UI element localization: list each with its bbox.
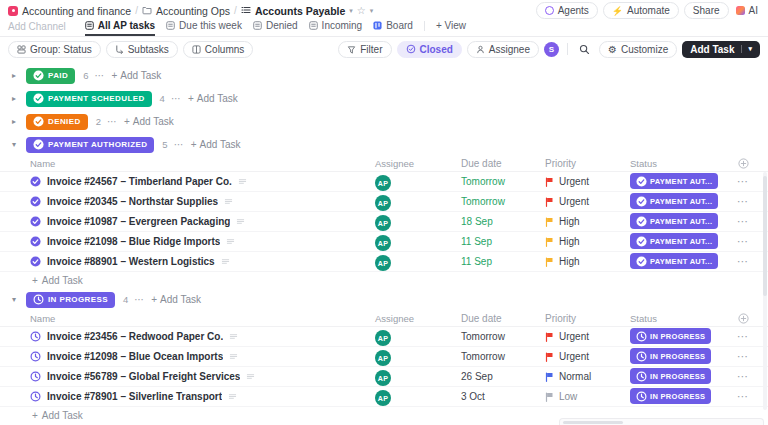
column-due-date[interactable]: Due date: [461, 158, 545, 169]
task-status-icon[interactable]: [30, 371, 41, 382]
task-name[interactable]: Invoice #12098 – Blue Ocean Imports: [47, 351, 223, 362]
agents-button[interactable]: Agents: [536, 2, 598, 19]
task-name[interactable]: Invoice #56789 – Global Freight Services: [47, 371, 240, 382]
status-pill[interactable]: PAYMENT AUT...: [630, 213, 718, 229]
group-add-task-button[interactable]: +Add Task: [188, 93, 238, 104]
group-menu-button[interactable]: ⋯: [174, 139, 185, 150]
chevron-down-icon[interactable]: ▾: [370, 7, 374, 15]
row-menu-button[interactable]: ⋯: [737, 255, 749, 268]
task-name[interactable]: Invoice #23456 – Redwood Paper Co.: [47, 331, 223, 342]
column-assignee[interactable]: Assignee: [375, 158, 461, 169]
group-add-task-button[interactable]: +Add Task: [111, 70, 161, 81]
breadcrumb-folder[interactable]: Accounting Ops: [156, 5, 230, 17]
column-name[interactable]: Name: [30, 313, 375, 324]
add-column-icon[interactable]: [738, 313, 749, 324]
group-by-button[interactable]: Group: Status: [8, 41, 101, 58]
row-menu-button[interactable]: ⋯: [737, 195, 749, 208]
add-column-icon[interactable]: [738, 158, 749, 169]
row-menu-button[interactable]: ⋯: [737, 370, 749, 383]
priority-cell[interactable]: High: [545, 216, 630, 227]
add-channel-button[interactable]: Add Channel: [8, 21, 66, 36]
chevron-down-icon[interactable]: ▾: [741, 45, 752, 53]
column-status[interactable]: Status: [630, 313, 722, 324]
column-priority[interactable]: Priority: [545, 158, 630, 169]
group-menu-button[interactable]: ⋯: [171, 93, 182, 104]
due-date-value[interactable]: 18 Sep: [461, 216, 545, 227]
task-status-icon[interactable]: [30, 176, 41, 187]
due-date-value[interactable]: 26 Sep: [461, 371, 545, 382]
column-due-date[interactable]: Due date: [461, 313, 545, 324]
assignee-avatar[interactable]: AP: [375, 235, 391, 251]
assignee-avatar[interactable]: AP: [375, 255, 391, 271]
task-row[interactable]: Invoice #12098 – Blue Ocean Imports AP T…: [0, 347, 768, 367]
due-date-value[interactable]: Tomorrow: [461, 176, 545, 187]
priority-cell[interactable]: Urgent: [545, 331, 630, 342]
horizontal-scrollbar[interactable]: [559, 418, 764, 425]
tab-all-ap-tasks[interactable]: All AP tasks: [85, 20, 155, 36]
add-task-row[interactable]: +Add Task: [0, 272, 768, 288]
assignee-avatar[interactable]: AP: [375, 175, 391, 191]
breadcrumb-space[interactable]: Accounting and finance: [22, 5, 131, 17]
automate-button[interactable]: ⚡Automate: [603, 2, 679, 19]
status-pill[interactable]: PAYMENT AUT...: [630, 233, 718, 249]
row-menu-button[interactable]: ⋯: [737, 235, 749, 248]
task-row[interactable]: Invoice #56789 – Global Freight Services…: [0, 367, 768, 387]
due-date-value[interactable]: 11 Sep: [461, 236, 545, 247]
status-pill[interactable]: IN PROGRESS: [630, 388, 711, 404]
assignee-avatar[interactable]: AP: [375, 390, 391, 406]
task-row[interactable]: Invoice #20345 – Northstar Supplies AP T…: [0, 192, 768, 212]
column-assignee[interactable]: Assignee: [375, 313, 461, 324]
customize-button[interactable]: ⚙ Customize: [599, 41, 677, 58]
chevron-right-icon[interactable]: ▸: [8, 71, 20, 80]
task-row[interactable]: Invoice #24567 – Timberland Paper Co. AP…: [0, 172, 768, 192]
due-date-value[interactable]: Tomorrow: [461, 351, 545, 362]
column-status[interactable]: Status: [630, 158, 722, 169]
status-pill[interactable]: PAYMENT AUT...: [630, 193, 718, 209]
tab-board[interactable]: Board: [373, 20, 413, 36]
status-pill[interactable]: IN PROGRESS: [630, 348, 711, 364]
task-row[interactable]: Invoice #78901 – Silverline Transport AP…: [0, 387, 768, 407]
group-add-task-button[interactable]: +Add Task: [191, 139, 241, 150]
row-menu-button[interactable]: ⋯: [737, 175, 749, 188]
group-menu-button[interactable]: ⋯: [134, 294, 145, 305]
task-row[interactable]: Invoice #88901 – Western Logistics AP 11…: [0, 252, 768, 272]
add-view-button[interactable]: + View: [436, 20, 466, 36]
due-date-value[interactable]: 11 Sep: [461, 256, 545, 267]
tab-denied[interactable]: Denied: [253, 20, 298, 36]
priority-cell[interactable]: Low: [545, 391, 630, 402]
vertical-scrollbar[interactable]: [763, 172, 767, 410]
user-avatar[interactable]: S: [544, 42, 559, 57]
chevron-down-icon[interactable]: ▾: [8, 295, 20, 304]
task-status-icon[interactable]: [30, 351, 41, 362]
subtasks-button[interactable]: Subtasks: [106, 41, 178, 58]
priority-cell[interactable]: High: [545, 236, 630, 247]
task-name[interactable]: Invoice #21098 – Blue Ridge Imports: [47, 236, 220, 247]
column-priority[interactable]: Priority: [545, 313, 630, 324]
filter-button[interactable]: Filter: [338, 41, 391, 58]
group-add-task-button[interactable]: +Add Task: [124, 116, 174, 127]
group-status-pill[interactable]: PAYMENT AUTHORIZED: [26, 137, 154, 153]
add-column-button[interactable]: [722, 158, 764, 169]
priority-cell[interactable]: Urgent: [545, 351, 630, 362]
task-status-icon[interactable]: [30, 256, 41, 267]
status-pill[interactable]: IN PROGRESS: [630, 368, 711, 384]
group-add-task-button[interactable]: +Add Task: [151, 294, 201, 305]
status-pill[interactable]: IN PROGRESS: [630, 328, 711, 344]
priority-cell[interactable]: Urgent: [545, 176, 630, 187]
priority-cell[interactable]: Normal: [545, 371, 630, 382]
group-status-pill[interactable]: IN PROGRESS: [26, 292, 115, 308]
assignee-avatar[interactable]: AP: [375, 195, 391, 211]
tab-due-this-week[interactable]: Due this week: [166, 20, 242, 36]
tab-incoming[interactable]: Incoming: [309, 20, 363, 36]
task-name[interactable]: Invoice #20345 – Northstar Supplies: [47, 196, 218, 207]
add-task-button[interactable]: Add Task ▾: [682, 41, 760, 58]
row-menu-button[interactable]: ⋯: [737, 330, 749, 343]
task-row[interactable]: Invoice #21098 – Blue Ridge Imports AP 1…: [0, 232, 768, 252]
add-column-button[interactable]: [722, 313, 764, 324]
group-status-pill[interactable]: PAYMENT SCHEDULED: [26, 91, 152, 107]
closed-filter-button[interactable]: Closed: [397, 41, 462, 58]
favorite-star-icon[interactable]: ☆: [357, 5, 366, 16]
priority-cell[interactable]: High: [545, 256, 630, 267]
due-date-value[interactable]: Tomorrow: [461, 331, 545, 342]
chevron-down-icon[interactable]: ▾: [349, 7, 353, 15]
